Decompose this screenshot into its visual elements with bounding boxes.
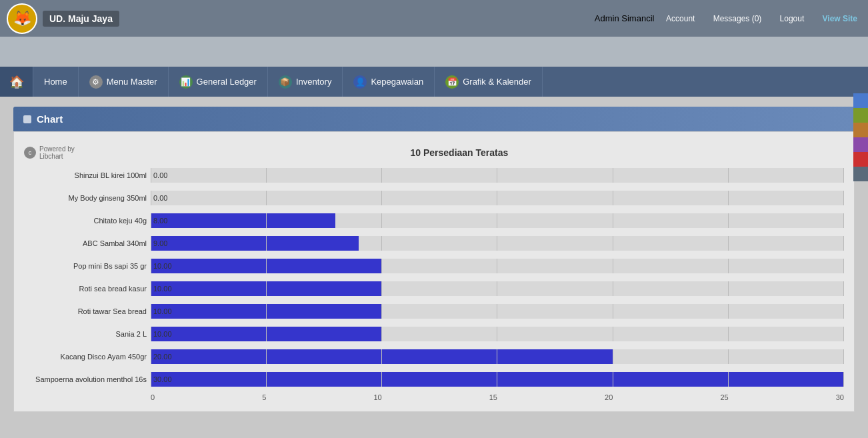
color-swatch[interactable] <box>853 167 868 181</box>
grid-line <box>843 236 844 251</box>
bar-area: 0.00 <box>151 168 844 183</box>
kepegawaian-icon: 👤 <box>353 75 367 89</box>
grid-line <box>613 372 613 387</box>
grid-bg <box>151 168 844 183</box>
messages-link[interactable]: Messages (0) <box>709 12 766 25</box>
bar-area: 10.00 <box>151 304 844 319</box>
grid-line <box>151 191 151 205</box>
bg-strip <box>0 37 868 67</box>
grid-line <box>151 236 151 251</box>
chart-header-row: c Powered by Libchart 10 Persediaan Tera… <box>24 145 844 160</box>
x-tick: 15 <box>489 393 497 401</box>
grid-line <box>613 213 613 228</box>
grid-line <box>151 372 151 387</box>
grid-line <box>381 304 382 319</box>
color-swatch[interactable] <box>853 152 868 167</box>
nav-item-grafik-kalender[interactable]: 📅 Grafik & Kalender <box>435 67 543 97</box>
grid-line <box>843 372 844 387</box>
bar-label: Pop mini Bs sapi 35 gr <box>24 262 151 270</box>
grid-line <box>266 213 267 228</box>
grid-line <box>381 191 382 205</box>
nav-item-home[interactable]: Home <box>33 67 79 97</box>
nav-general-ledger-label: General Ledger <box>197 77 257 87</box>
grid-line <box>728 281 729 296</box>
nav-kepegawaian-label: Kepegawaian <box>371 77 423 87</box>
bar-label: Roti sea bread kasur <box>24 285 151 293</box>
grid-line <box>728 304 729 319</box>
color-swatch[interactable] <box>853 93 868 108</box>
sep1 <box>657 13 659 23</box>
grid-line <box>728 372 729 387</box>
grid-line <box>497 168 497 183</box>
content-area: Chart c Powered by Libchart 10 Persediaa… <box>0 97 868 422</box>
nav-item-general-ledger[interactable]: 📊 General Ledger <box>169 67 268 97</box>
grid-line <box>497 349 497 364</box>
grid-line <box>151 259 151 273</box>
grid-line <box>843 191 844 205</box>
grid-line <box>613 349 613 364</box>
bar-row: Shinzui BL kirei 100ml0.00 <box>24 167 844 184</box>
libchart-logo: c Powered by Libchart <box>24 145 75 160</box>
nav-item-kepegawaian[interactable]: 👤 Kepegawaian <box>343 67 435 97</box>
bar-row: My Body ginseng 350ml0.00 <box>24 189 844 207</box>
nav-items: Home ⚙ Menu Master 📊 General Ledger 📦 In… <box>33 67 543 97</box>
bar-row: Sania 2 L10.00 <box>24 325 844 343</box>
bar-row: Roti tawar Sea bread10.00 <box>24 303 844 320</box>
grid-line <box>613 281 613 296</box>
bar-area: 8.00 <box>151 213 844 228</box>
grid-line <box>497 304 497 319</box>
grid-line <box>843 349 844 364</box>
grid-line <box>266 281 267 296</box>
grid-line <box>843 281 844 296</box>
libchart-circle-icon: c <box>24 147 36 159</box>
logo-icon: 🦊 <box>7 3 37 34</box>
grid-bg <box>151 259 844 273</box>
bar-label: Chitato keju 40g <box>24 217 151 225</box>
grid-line <box>151 327 151 341</box>
grid-line <box>613 236 613 251</box>
x-tick: 30 <box>836 393 844 401</box>
main-nav: 🏠 Home ⚙ Menu Master 📊 General Ledger 📦 … <box>0 67 868 97</box>
grid-line <box>266 191 267 205</box>
grid-line <box>843 213 844 228</box>
grid-line <box>266 259 267 273</box>
grid-line <box>728 349 729 364</box>
libchart-name: Libchart <box>39 153 75 160</box>
color-swatch[interactable] <box>853 137 868 152</box>
grid-line <box>843 304 844 319</box>
nav-item-inventory[interactable]: 📦 Inventory <box>268 67 343 97</box>
top-nav: Admin Simancil Account Messages (0) Logo… <box>595 12 861 25</box>
libchart-text: Powered by Libchart <box>39 145 75 160</box>
bar-row: Pop mini Bs sapi 35 gr10.00 <box>24 257 844 275</box>
grid-line <box>151 304 151 319</box>
color-swatch[interactable] <box>853 123 868 137</box>
nav-item-menu-master[interactable]: ⚙ Menu Master <box>79 67 169 97</box>
x-tick: 10 <box>373 393 381 401</box>
grid-line <box>381 213 382 228</box>
nav-grafik-label: Grafik & Kalender <box>463 77 531 87</box>
grid-bg <box>151 349 844 364</box>
x-tick: 5 <box>262 393 266 401</box>
x-tick: 20 <box>605 393 613 401</box>
grid-line <box>613 327 613 341</box>
logout-link[interactable]: Logout <box>776 12 809 25</box>
grid-line <box>613 168 613 183</box>
account-link[interactable]: Account <box>662 12 699 25</box>
color-swatch[interactable] <box>853 108 868 123</box>
gear-icon: ⚙ <box>89 75 103 89</box>
section-title: Chart <box>37 113 63 125</box>
color-swatches <box>853 93 868 181</box>
home-button[interactable]: 🏠 <box>0 67 33 97</box>
grid-line <box>728 259 729 273</box>
bar-row: ABC Sambal 340ml9.00 <box>24 235 844 252</box>
grid-line <box>613 304 613 319</box>
bar-label: My Body ginseng 350ml <box>24 194 151 202</box>
bar-label: Kacang Disco Ayam 450gr <box>24 353 151 361</box>
sep4 <box>811 13 815 23</box>
grid-line <box>728 191 729 205</box>
bar-area: 10.00 <box>151 327 844 341</box>
grid-line <box>728 168 729 183</box>
grid-line <box>151 213 151 228</box>
view-site-link[interactable]: View Site <box>819 12 861 25</box>
nav-menu-master-label: Menu Master <box>107 77 157 87</box>
